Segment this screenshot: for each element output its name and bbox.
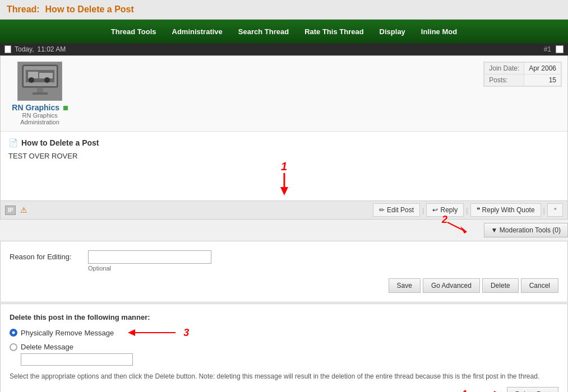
svg-point-5 [29, 77, 34, 83]
nav-thread-tools[interactable]: Thread Tools [103, 21, 164, 43]
join-info-table: Join Date: Apr 2006 Posts: 15 [483, 62, 562, 87]
nav-rate-thread[interactable]: Rate This Thread [297, 21, 371, 43]
avatar-image [19, 63, 61, 100]
separator-1: | [421, 206, 425, 214]
delete-manner-title: Delete this post in the following manner… [10, 313, 558, 321]
delete-button[interactable]: Delete [482, 278, 519, 293]
edit-post-button[interactable]: ✏ Edit Post [373, 203, 420, 217]
thread-title: How to Delete a Post [45, 4, 134, 14]
delete-message-radio[interactable] [10, 343, 17, 351]
doc-icon [4, 45, 11, 53]
svg-rect-8 [33, 92, 48, 95]
annotation-3-arrow [125, 326, 181, 339]
delete-reason-input[interactable] [21, 353, 133, 366]
post-date: Today, [15, 45, 34, 53]
post-info: Join Date: Apr 2006 Posts: 15 [73, 62, 562, 125]
post-actions-bar: IP ⚠ ✏ Edit Post | ↩ Reply | ❝ Reply Wit… [1, 200, 567, 219]
optional-text: Optional [88, 265, 558, 272]
edit-form: Reason for Editing: Optional Save Go Adv… [0, 241, 568, 302]
physically-remove-radio[interactable] [10, 329, 17, 337]
moderation-tools-button[interactable]: ▼ Moderation Tools (0) [484, 223, 568, 237]
annotation-1-number: 1 [281, 160, 287, 173]
join-date-label: Join Date: [484, 63, 524, 74]
annotation-1-arrow [276, 173, 293, 195]
post-actions-left: IP ⚠ [5, 206, 27, 215]
post-meta-bar: Today, 11:02 AM #1 [0, 43, 568, 55]
ip-icon[interactable]: IP [5, 206, 16, 215]
thread-label: Thread: [7, 4, 40, 14]
join-date-value: Apr 2006 [524, 63, 561, 74]
post-header: RN Graphics RN Graphics Administration J… [1, 56, 567, 132]
separator-3: | [542, 206, 546, 214]
post-number-area: #1 [544, 45, 564, 53]
post-number: #1 [544, 45, 551, 53]
post-container: RN Graphics RN Graphics Administration J… [0, 55, 568, 220]
page-wrapper: Thread: How to Delete a Post Thread Tool… [0, 0, 568, 392]
warn-icon[interactable]: ⚠ [20, 206, 27, 215]
mod-tools-section: ▼ Moderation Tools (0) [484, 223, 568, 237]
annotation-3-number: 3 [183, 327, 189, 339]
nav-bar: Thread Tools Administrative Search Threa… [0, 20, 568, 43]
annotation-4-number: 4 [461, 389, 467, 393]
post-checkbox[interactable] [556, 45, 564, 53]
post-actions-right: ✏ Edit Post | ↩ Reply | ❝ Reply With Quo… [373, 203, 563, 217]
post-title-line: 📄 How to Delete a Post [8, 138, 560, 147]
nav-display[interactable]: Display [372, 21, 413, 43]
page-title-bar: Thread: How to Delete a Post [0, 0, 568, 20]
physically-remove-label: Physically Remove Message [21, 329, 114, 337]
nav-inline-mod[interactable]: Inline Mod [413, 21, 465, 43]
delete-actions: 4 Delete Post [10, 387, 558, 392]
svg-marker-10 [280, 187, 288, 195]
post-content: 📄 How to Delete a Post TEST OVER ROVER 1 [1, 132, 567, 200]
reason-label: Reason for Editing: [10, 250, 88, 261]
reason-row: Reason for Editing: Optional [10, 250, 558, 272]
post-body-text: TEST OVER ROVER [8, 152, 560, 160]
post-time: 11:02 AM [37, 45, 66, 53]
edit-icon: ✏ [379, 206, 385, 214]
reply-quote-icon: ❝ [477, 206, 480, 214]
reply-with-quote-button[interactable]: ❝ Reply With Quote [470, 203, 541, 217]
delete-message-label: Delete Message [21, 343, 73, 351]
save-button[interactable]: Save [389, 278, 421, 293]
multi-quote-icon: ⁺ [553, 206, 557, 214]
reason-field-wrap: Optional [88, 250, 558, 272]
svg-rect-7 [37, 88, 43, 92]
edit-actions-row: Save Go Advanced Delete Cancel [10, 278, 558, 293]
multi-quote-button[interactable]: ⁺ [547, 203, 563, 217]
delete-message-option[interactable]: Delete Message [10, 343, 558, 351]
post-title: How to Delete a Post [21, 138, 99, 147]
avatar-section: RN Graphics RN Graphics Administration [6, 62, 73, 125]
annotation-4-arrow [469, 388, 502, 392]
delete-post-button[interactable]: Delete Post [507, 387, 558, 392]
separator-2: | [465, 206, 469, 214]
nav-administrative[interactable]: Administrative [164, 21, 230, 43]
nav-search-thread[interactable]: Search Thread [230, 21, 297, 43]
online-indicator [63, 106, 68, 110]
svg-rect-3 [28, 72, 38, 78]
username: RN Graphics [12, 103, 59, 112]
user-role: RN Graphics Administration [6, 112, 73, 125]
page-icon: 📄 [8, 138, 18, 147]
annotation-2-arrow [445, 220, 473, 239]
delete-warning-text: Select the appropriate options and then … [10, 371, 558, 381]
posts-value: 15 [524, 74, 561, 86]
delete-section: Delete this post in the following manner… [0, 304, 568, 392]
svg-marker-14 [128, 329, 135, 336]
posts-label: Posts: [484, 74, 524, 86]
svg-line-11 [447, 222, 464, 231]
svg-point-6 [44, 77, 50, 83]
avatar [17, 62, 62, 101]
reply-icon: ↩ [432, 206, 438, 214]
go-advanced-button[interactable]: Go Advanced [423, 278, 480, 293]
post-date-time: Today, 11:02 AM [4, 45, 66, 53]
physically-remove-option[interactable]: Physically Remove Message [10, 329, 114, 337]
cancel-button[interactable]: Cancel [521, 278, 558, 293]
reason-input[interactable] [88, 250, 211, 264]
